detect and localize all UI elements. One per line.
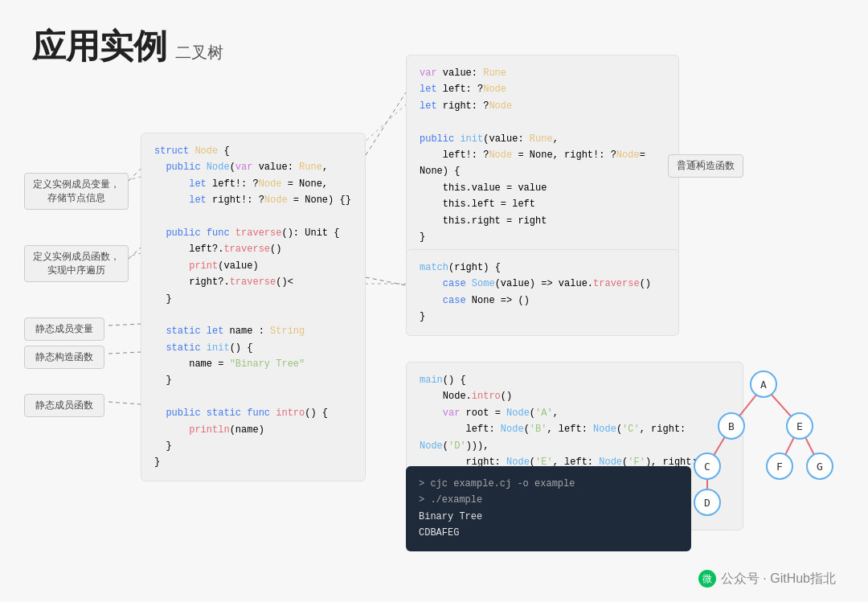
svg-line-31 bbox=[366, 277, 406, 285]
code-block-match: match(right) { case Some(value) => value… bbox=[406, 249, 679, 336]
svg-text:G: G bbox=[817, 461, 823, 473]
watermark: 微 公众号 · GitHub指北 bbox=[698, 570, 836, 588]
svg-text:E: E bbox=[796, 420, 803, 432]
svg-line-27 bbox=[108, 324, 141, 326]
svg-text:F: F bbox=[776, 461, 783, 473]
label-static-constructor: 静态构造函数 bbox=[24, 346, 104, 369]
svg-line-25 bbox=[129, 169, 141, 181]
label-static-member-var: 静态成员变量 bbox=[24, 317, 104, 341]
svg-text:D: D bbox=[704, 497, 710, 509]
title-main: 应用实例 bbox=[32, 24, 167, 69]
label-static-member-fn: 静态成员函数 bbox=[24, 394, 104, 417]
svg-text:C: C bbox=[704, 461, 710, 473]
svg-line-3 bbox=[362, 104, 406, 145]
wechat-icon: 微 bbox=[698, 570, 716, 588]
label-normal-constructor: 普通构造函数 bbox=[668, 154, 743, 178]
svg-line-29 bbox=[108, 402, 141, 404]
code-block-struct: struct Node { public Node(var value: Run… bbox=[141, 133, 366, 481]
page: 应用实例 二叉树 struct Node { public Node(var v… bbox=[0, 0, 868, 602]
code-block-fields: var value: Rune let left: ?Node let righ… bbox=[406, 55, 679, 256]
svg-line-30 bbox=[366, 92, 406, 155]
label-define-member-var: 定义实例成员变量，存储节点信息 bbox=[24, 173, 129, 210]
svg-text:微: 微 bbox=[702, 573, 712, 584]
label-define-member-fn: 定义实例成员函数，实现中序遍历 bbox=[24, 245, 129, 282]
title-sub: 二叉树 bbox=[175, 42, 223, 63]
svg-text:B: B bbox=[728, 420, 735, 432]
svg-line-28 bbox=[108, 352, 141, 354]
watermark-text: 公众号 · GitHub指北 bbox=[721, 571, 836, 588]
binary-tree-diagram: A B E C F G D bbox=[683, 362, 844, 522]
svg-line-26 bbox=[129, 248, 141, 259]
code-block-terminal: > cjc example.cj -o example > ./example … bbox=[406, 466, 691, 551]
svg-text:A: A bbox=[760, 379, 767, 391]
